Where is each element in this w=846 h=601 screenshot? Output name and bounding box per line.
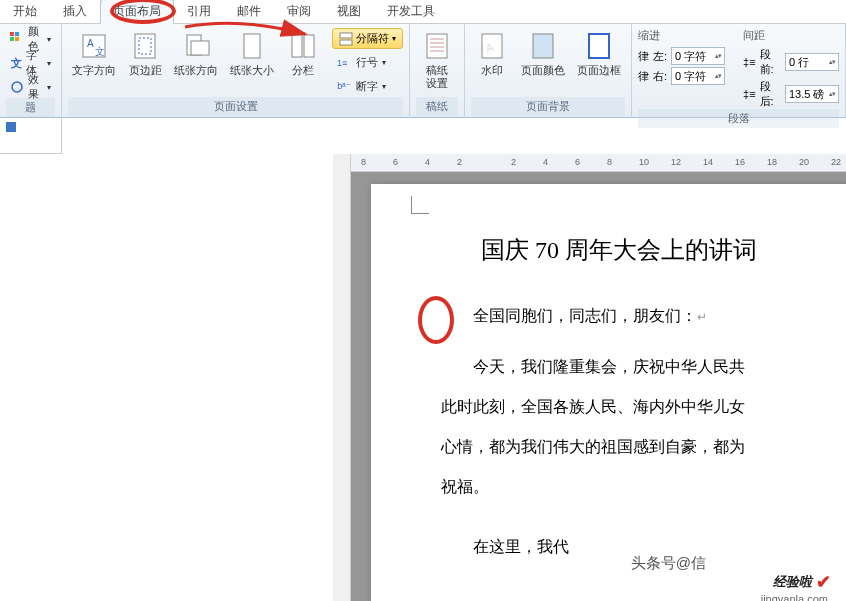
group-page-setup-label: 页面设置 bbox=[68, 97, 403, 116]
line-num-icon: 1≡ bbox=[336, 54, 352, 70]
text-direction-label: 文字方向 bbox=[72, 64, 116, 77]
ribbon-tabs: 开始 插入 页面布局 引用 邮件 审阅 视图 开发工具 bbox=[0, 0, 846, 24]
svg-rect-13 bbox=[292, 35, 302, 57]
document-canvas: 8642 2468 10121416 182022 国庆 70 周年大会上的讲词… bbox=[0, 154, 846, 601]
theme-colors-button[interactable]: 颜色▾ bbox=[6, 28, 55, 50]
orientation-button[interactable]: 纸张方向 bbox=[170, 28, 222, 79]
horizontal-ruler[interactable]: 8642 2468 10121416 182022 bbox=[351, 154, 846, 172]
watermark-button[interactable]: A 水印 bbox=[471, 28, 513, 79]
indent-left-label: 左: bbox=[653, 49, 667, 64]
watermark-label: 水印 bbox=[481, 64, 503, 77]
tab-page-layout[interactable]: 页面布局 bbox=[100, 0, 174, 24]
svg-rect-25 bbox=[533, 34, 553, 58]
hyphenation-button[interactable]: bª⁻ 断字▾ bbox=[332, 75, 403, 97]
spacing-before-label: 段前: bbox=[760, 47, 781, 77]
effects-icon bbox=[10, 79, 24, 95]
theme-fonts-button[interactable]: 文字体▾ bbox=[6, 52, 55, 74]
indent-right-icon: 律 bbox=[638, 69, 649, 84]
text-direction-button[interactable]: A文 文字方向 bbox=[68, 28, 120, 79]
square-icon bbox=[6, 122, 16, 132]
line-numbers-button[interactable]: 1≡ 行号▾ bbox=[332, 51, 403, 73]
colors-icon bbox=[10, 31, 24, 47]
paper-icon bbox=[421, 30, 453, 62]
columns-label: 分栏 bbox=[292, 64, 314, 77]
paper-setting-button[interactable]: 稿纸 设置 bbox=[416, 28, 458, 92]
indent-right-label: 右: bbox=[653, 69, 667, 84]
svg-rect-3 bbox=[15, 37, 19, 41]
group-page-bg-label: 页面背景 bbox=[471, 97, 625, 116]
watermark-url: jingyanla.com bbox=[761, 593, 828, 601]
tab-devtools[interactable]: 开发工具 bbox=[374, 0, 448, 23]
doc-paragraph-4[interactable]: 祝福。 bbox=[441, 467, 846, 507]
watermark-logo: 经验啦✔ bbox=[773, 571, 831, 593]
tab-insert[interactable]: 插入 bbox=[50, 0, 100, 23]
tab-mail[interactable]: 邮件 bbox=[224, 0, 274, 23]
group-paper-label: 稿纸 bbox=[416, 97, 458, 116]
left-panel-row[interactable] bbox=[0, 118, 61, 136]
tab-start[interactable]: 开始 bbox=[0, 0, 50, 23]
spacing-block: 间距 ‡≡段前:0 行 ‡≡段后:13.5 磅 bbox=[743, 28, 839, 109]
indent-block: 缩进 律左:0 字符 律右:0 字符 bbox=[638, 28, 725, 85]
margin-corner-mark bbox=[411, 196, 429, 214]
breaks-icon bbox=[339, 32, 353, 46]
tab-references[interactable]: 引用 bbox=[174, 0, 224, 23]
indent-header: 缩进 bbox=[638, 28, 725, 43]
page-border-label: 页面边框 bbox=[577, 64, 621, 77]
group-page-setup: A文 文字方向 页边距 纸张方向 纸张大小 分栏 bbox=[62, 24, 410, 118]
vertical-ruler[interactable] bbox=[333, 154, 351, 601]
indent-right-input[interactable]: 0 字符 bbox=[671, 67, 725, 85]
text-direction-icon: A文 bbox=[78, 30, 110, 62]
size-label: 纸张大小 bbox=[230, 64, 274, 77]
orientation-label: 纸张方向 bbox=[174, 64, 218, 77]
columns-button[interactable]: 分栏 bbox=[282, 28, 324, 79]
page-color-label: 页面颜色 bbox=[521, 64, 565, 77]
doc-title[interactable]: 国庆 70 周年大会上的讲词 bbox=[481, 234, 846, 266]
size-icon bbox=[236, 30, 268, 62]
page-color-icon bbox=[527, 30, 559, 62]
svg-rect-16 bbox=[340, 40, 352, 45]
svg-rect-26 bbox=[589, 34, 609, 58]
tab-view[interactable]: 视图 bbox=[324, 0, 374, 23]
document-page[interactable]: 国庆 70 周年大会上的讲词 全国同胞们，同志们，朋友们：↵ 今天，我们隆重集会… bbox=[371, 184, 846, 601]
spacing-before-input[interactable]: 0 行 bbox=[785, 53, 839, 71]
breaks-button[interactable]: 分隔符▾ bbox=[332, 28, 403, 49]
svg-rect-15 bbox=[340, 33, 352, 38]
svg-text:1≡: 1≡ bbox=[337, 58, 347, 68]
theme-effects-button[interactable]: 效果▾ bbox=[6, 76, 55, 98]
page-color-button[interactable]: 页面颜色 bbox=[517, 28, 569, 79]
svg-text:文: 文 bbox=[95, 46, 105, 57]
svg-rect-18 bbox=[427, 34, 447, 58]
group-paragraph-label: 段落 bbox=[638, 109, 839, 128]
doc-paragraph-2[interactable]: 此时此刻，全国各族人民、海内外中华儿女 bbox=[441, 387, 846, 427]
watermark-icon: A bbox=[476, 30, 508, 62]
margins-button[interactable]: 页边距 bbox=[124, 28, 166, 79]
svg-rect-12 bbox=[244, 34, 260, 58]
indent-left-input[interactable]: 0 字符 bbox=[671, 47, 725, 65]
page-viewport[interactable]: 国庆 70 周年大会上的讲词 全国同胞们，同志们，朋友们：↵ 今天，我们隆重集会… bbox=[351, 172, 846, 601]
doc-paragraph-3[interactable]: 心情，都为我们伟大的祖国感到自豪，都为 bbox=[441, 427, 846, 467]
spacing-header: 间距 bbox=[743, 28, 839, 43]
spacing-before-icon: ‡≡ bbox=[743, 56, 756, 68]
size-button[interactable]: 纸张大小 bbox=[226, 28, 278, 79]
svg-rect-1 bbox=[15, 32, 19, 36]
margins-label: 页边距 bbox=[129, 64, 162, 77]
breaks-label: 分隔符 bbox=[356, 31, 389, 46]
svg-point-4 bbox=[12, 82, 22, 92]
watermark-tagline: 头条号@信 bbox=[631, 554, 706, 573]
ribbon: 颜色▾ 文字体▾ 效果▾ 题 A文 文字方向 页边距 纸张方向 纸张大小 bbox=[0, 24, 846, 118]
margins-icon bbox=[129, 30, 161, 62]
svg-rect-0 bbox=[10, 32, 14, 36]
group-paper: 稿纸 设置 稿纸 bbox=[410, 24, 465, 118]
spacing-after-input[interactable]: 13.5 磅 bbox=[785, 85, 839, 103]
fonts-icon: 文 bbox=[10, 55, 22, 71]
group-themes-label: 题 bbox=[6, 98, 55, 117]
page-border-button[interactable]: 页面边框 bbox=[573, 28, 625, 79]
tab-review[interactable]: 审阅 bbox=[274, 0, 324, 23]
group-themes: 颜色▾ 文字体▾ 效果▾ 题 bbox=[0, 24, 62, 118]
spacing-after-icon: ‡≡ bbox=[743, 88, 756, 100]
doc-paragraph-1[interactable]: 今天，我们隆重集会，庆祝中华人民共 bbox=[441, 347, 846, 387]
line-num-label: 行号 bbox=[356, 55, 378, 70]
doc-greeting[interactable]: 全国同胞们，同志们，朋友们：↵ bbox=[441, 306, 846, 327]
group-paragraph: 缩进 律左:0 字符 律右:0 字符 间距 ‡≡段前:0 行 ‡≡段后:13.5… bbox=[632, 24, 846, 118]
hyphen-label: 断字 bbox=[356, 79, 378, 94]
